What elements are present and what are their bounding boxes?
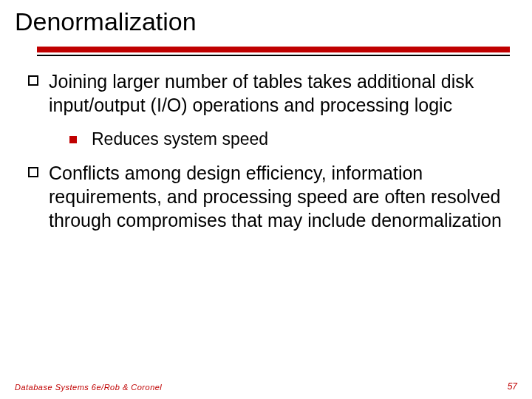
title-rule [37, 47, 510, 56]
bullet-2-text: Conflicts among design efficiency, infor… [49, 161, 510, 232]
bullet-1-text: Joining larger number of tables takes ad… [49, 69, 510, 117]
bullet-2: Conflicts among design efficiency, infor… [28, 161, 510, 232]
square-bullet-icon [28, 167, 38, 177]
footer-source: Database Systems 6e/Rob & Coronel [15, 383, 162, 392]
page-number: 57 [508, 381, 517, 392]
filled-square-bullet-icon [69, 136, 77, 143]
rule-thick [37, 47, 510, 52]
slide: Denormalization Joining larger number of… [0, 0, 532, 399]
subbullet-1-text: Reduces system speed [92, 129, 510, 151]
slide-title: Denormalization [15, 7, 517, 36]
rule-thin [37, 55, 510, 56]
subbullet-1: Reduces system speed [69, 129, 510, 151]
bullet-1: Joining larger number of tables takes ad… [28, 69, 510, 117]
footer: Database Systems 6e/Rob & Coronel 57 [15, 381, 517, 392]
content: Joining larger number of tables takes ad… [15, 69, 517, 232]
square-bullet-icon [28, 75, 38, 86]
